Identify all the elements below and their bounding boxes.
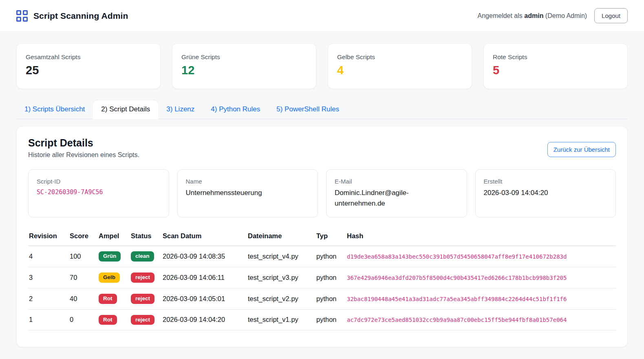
panel-heading-group: Script Details Historie aller Revisionen… [28, 137, 139, 159]
table-header-row: Revision Score Ampel Status Scan Datum D… [28, 228, 616, 246]
logged-in-username: admin [524, 12, 543, 19]
session-area: Angemeldet als admin (Demo Admin) Logout [478, 8, 628, 23]
table-row: 2 40 Rot reject 2026-03-09 14:05:01 test… [28, 288, 616, 309]
tab-lizenz[interactable]: 3) Lizenz [158, 100, 203, 119]
stats-row: Gesamtzahl Scripts 25 Grüne Scripts 12 G… [16, 43, 628, 89]
cell-hash: d19de3ea658a83a143bec550c391b057d5450658… [344, 246, 616, 267]
ampel-badge: Grün [99, 251, 121, 261]
cell-status: reject [128, 288, 159, 309]
panel-title: Script Details [28, 137, 139, 149]
ampel-badge: Gelb [99, 273, 120, 283]
hash-value: ac7dc972e73ce5aed851032cc9b9a9aa87c00ebc… [347, 317, 567, 323]
status-badge: clean [131, 251, 154, 261]
script-id-value: SC-20260309-7A9C56 [37, 188, 161, 197]
info-card-row: Script-ID SC-20260309-7A9C56 Name Untern… [28, 169, 616, 217]
stat-label: Gelbe Scripts [337, 53, 463, 61]
cell-score: 70 [66, 267, 95, 288]
cell-dateiname: test_script_v3.py [245, 267, 313, 288]
cell-typ: python [313, 309, 344, 330]
cell-score: 40 [66, 288, 95, 309]
cell-revision: 2 [28, 288, 66, 309]
cell-status: clean [128, 246, 159, 267]
tab-python-rules[interactable]: 4) Python Rules [203, 100, 268, 119]
stat-value-total: 25 [26, 64, 151, 77]
info-label: E-Mail [335, 178, 459, 185]
stat-value-green: 12 [181, 64, 307, 77]
cell-typ: python [313, 288, 344, 309]
ampel-badge: Rot [99, 294, 117, 304]
stat-card-green: Grüne Scripts 12 [172, 43, 316, 89]
cell-ampel: Gelb [95, 267, 128, 288]
brand: Script Scanning Admin [16, 10, 128, 22]
cell-scan-datum: 2026-03-09 14:05:01 [159, 288, 245, 309]
app-title: Script Scanning Admin [33, 11, 128, 21]
info-label: Erstellt [484, 178, 608, 185]
stat-label: Grüne Scripts [181, 53, 307, 61]
cell-hash: 367e429a6946ea3dfd207b5f8500d4c90b435417… [344, 267, 616, 288]
page-content: Gesamtzahl Scripts 25 Grüne Scripts 12 G… [0, 32, 644, 347]
tab-powershell-rules[interactable]: 5) PowerShell Rules [268, 100, 347, 119]
logged-in-suffix: (Demo Admin) [545, 12, 587, 19]
stat-card-yellow: Gelbe Scripts 4 [328, 43, 472, 89]
column-header-score: Score [66, 228, 95, 246]
hash-value: 32bac8190448a45e41a3ad31adc77a5ea345abff… [347, 296, 567, 302]
cell-revision: 4 [28, 246, 66, 267]
cell-status: reject [128, 309, 159, 330]
logged-in-prefix: Angemeldet als [478, 12, 523, 19]
back-to-overview-button[interactable]: Zurück zur Übersicht [547, 142, 616, 157]
logged-in-text: Angemeldet als admin (Demo Admin) [478, 12, 587, 20]
cell-hash: 32bac8190448a45e41a3ad31adc77a5ea345abff… [344, 288, 616, 309]
cell-typ: python [313, 246, 344, 267]
stat-value-red: 5 [493, 64, 618, 77]
column-header-dateiname: Dateiname [245, 228, 313, 246]
status-badge: reject [131, 294, 154, 304]
cell-scan-datum: 2026-03-09 14:04:20 [159, 309, 245, 330]
erstellt-value: 2026-03-09 14:04:20 [484, 188, 608, 198]
column-header-ampel: Ampel [95, 228, 128, 246]
top-bar: Script Scanning Admin Angemeldet als adm… [0, 0, 644, 32]
cell-dateiname: test_script_v4.py [245, 246, 313, 267]
cell-score: 100 [66, 246, 95, 267]
tab-bar: 1) Scripts Übersicht 2) Script Details 3… [16, 100, 628, 119]
cell-scan-datum: 2026-03-09 14:06:11 [159, 267, 245, 288]
stat-label: Rote Scripts [493, 53, 618, 61]
table-row: 4 100 Grün clean 2026-03-09 14:08:35 tes… [28, 246, 616, 267]
panel-subtitle: Historie aller Revisionen eines Scripts. [28, 151, 139, 159]
cell-scan-datum: 2026-03-09 14:08:35 [159, 246, 245, 267]
cell-ampel: Rot [95, 309, 128, 330]
cell-ampel: Rot [95, 288, 128, 309]
table-row: 1 0 Rot reject 2026-03-09 14:04:20 test_… [28, 309, 616, 330]
cell-score: 0 [66, 309, 95, 330]
logout-button[interactable]: Logout [594, 8, 628, 23]
cell-hash: ac7dc972e73ce5aed851032cc9b9a9aa87c00ebc… [344, 309, 616, 330]
status-badge: reject [131, 273, 154, 283]
email-value: Dominic.Lindner@agile-unternehmen.de [335, 188, 459, 209]
cell-status: reject [128, 267, 159, 288]
column-header-hash: Hash [344, 228, 616, 246]
stat-label: Gesamtzahl Scripts [26, 53, 151, 61]
column-header-revision: Revision [28, 228, 66, 246]
info-label: Name [186, 178, 310, 185]
ampel-badge: Rot [99, 315, 117, 325]
script-details-panel: Script Details Historie aller Revisionen… [16, 126, 628, 347]
status-badge: reject [131, 315, 154, 325]
tab-scripts-uebersicht[interactable]: 1) Scripts Übersicht [16, 100, 93, 119]
info-card-erstellt: Erstellt 2026-03-09 14:04:20 [475, 169, 616, 217]
column-header-status: Status [128, 228, 159, 246]
name-value: Unternehmenssteuerung [186, 188, 310, 198]
revisions-table: Revision Score Ampel Status Scan Datum D… [28, 228, 616, 330]
app-logo-grid-icon [16, 10, 28, 22]
hash-value: d19de3ea658a83a143bec550c391b057d5450658… [347, 253, 567, 260]
column-header-typ: Typ [313, 228, 344, 246]
cell-dateiname: test_script_v1.py [245, 309, 313, 330]
tab-script-details[interactable]: 2) Script Details [93, 100, 158, 119]
column-header-scan-datum: Scan Datum [159, 228, 245, 246]
panel-header: Script Details Historie aller Revisionen… [28, 137, 616, 159]
cell-ampel: Grün [95, 246, 128, 267]
stat-card-red: Rote Scripts 5 [483, 43, 628, 89]
hash-value: 367e429a6946ea3dfd207b5f8500d4c90b435417… [347, 275, 567, 281]
info-card-email: E-Mail Dominic.Lindner@agile-unternehmen… [326, 169, 467, 217]
cell-dateiname: test_script_v2.py [245, 288, 313, 309]
cell-revision: 1 [28, 309, 66, 330]
table-row: 3 70 Gelb reject 2026-03-09 14:06:11 tes… [28, 267, 616, 288]
